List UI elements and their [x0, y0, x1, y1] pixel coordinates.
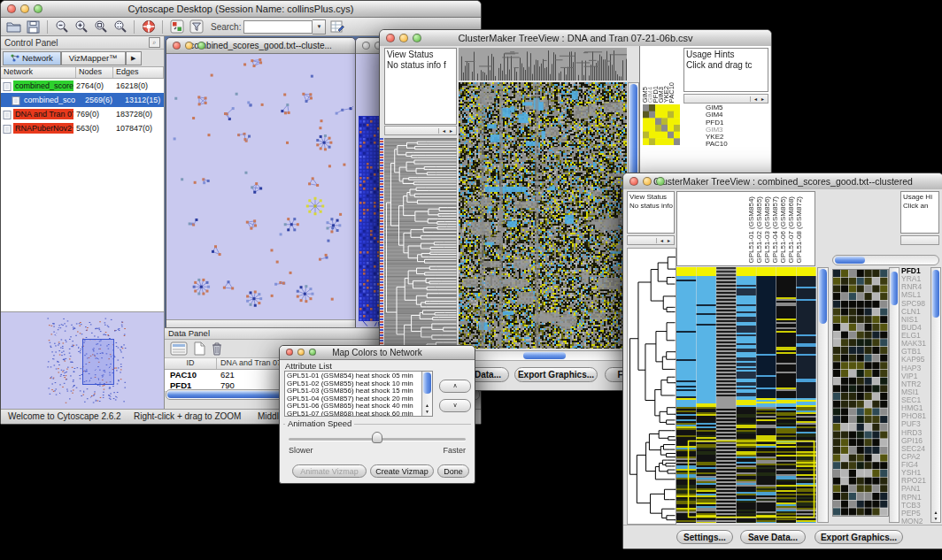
array-column-label[interactable]: GPL51-01 (GSM854) [747, 196, 755, 264]
usage-hints-scrollbar[interactable] [900, 235, 939, 245]
column-dendrogram-canvas[interactable] [459, 48, 627, 81]
export-graphics-button[interactable]: Export Graphics... [815, 530, 903, 544]
minimize-button[interactable] [20, 4, 29, 13]
help-button[interactable] [140, 19, 157, 35]
network-view-titlebar[interactable]: combined_scores_good.txt--cluste... [166, 38, 355, 54]
minimize-button[interactable] [399, 34, 408, 42]
move-up-button[interactable]: ∧ [439, 380, 471, 393]
close-button[interactable] [386, 34, 395, 42]
network-overview-panel[interactable] [1, 311, 164, 410]
search-dropdown-arrow[interactable]: ▼ [313, 19, 326, 35]
usage-hints-scrollbar[interactable]: ◄► [683, 94, 768, 104]
select-attributes-button[interactable] [170, 341, 188, 356]
close-button[interactable] [629, 177, 638, 186]
close-button[interactable] [362, 42, 370, 50]
zoom-out-button[interactable] [53, 19, 70, 35]
detail-hscrollbar[interactable] [832, 255, 939, 265]
close-button[interactable] [7, 4, 16, 13]
row-gene-label[interactable]: PAC10 [706, 141, 745, 148]
scroll-left-icon[interactable]: ◄ [660, 238, 664, 243]
col-nodes[interactable]: Nodes [76, 67, 113, 78]
summary-heatmap-canvas[interactable] [643, 104, 680, 145]
network-list-row[interactable]: combined_scores 2764(0) 16218(0) [1, 79, 164, 93]
scrollbar-thumb[interactable] [819, 269, 827, 324]
view-status-scrollbar[interactable]: ◄► [627, 235, 675, 245]
zoom-button[interactable] [34, 4, 42, 13]
scroll-right-icon[interactable]: ► [667, 238, 671, 243]
slider-thumb[interactable] [372, 432, 382, 443]
scroll-up-icon[interactable]: ▲ [931, 510, 940, 515]
zoom-fit-button[interactable] [92, 19, 109, 35]
close-button[interactable] [286, 349, 293, 356]
delete-attribute-button[interactable] [211, 341, 223, 356]
minimize-button[interactable] [643, 177, 652, 186]
scroll-left-icon[interactable]: ◄ [442, 128, 446, 134]
save-data-button[interactable]: Save Data... [740, 530, 806, 544]
detail-vscrollbar[interactable] [889, 267, 900, 523]
col-network[interactable]: Network [1, 67, 76, 78]
create-vizmapbutton[interactable]: Create Vizmap [370, 464, 434, 478]
global-heatmap-canvas[interactable] [459, 82, 627, 349]
array-column-label[interactable]: GPL51-03 (GSM856) [763, 196, 771, 264]
view-status-scrollbar[interactable]: ◄► [384, 126, 457, 135]
row-dendrogram-canvas[interactable] [627, 248, 676, 525]
network-list-row[interactable]: RNAPuberNov2+ 563(0) 107847(0) [1, 121, 164, 135]
scrollbar-thumb[interactable] [386, 127, 413, 134]
gene-list-vscrollbar[interactable]: ▲ ▼ [930, 267, 941, 523]
network-overview-canvas[interactable] [1, 312, 163, 408]
minimize-button[interactable] [185, 42, 193, 50]
scrollbar-thumb[interactable] [523, 352, 566, 359]
treeview2-titlebar[interactable]: ClusterMaker TreeView : combined_scores_… [623, 173, 942, 190]
array-column-label[interactable]: GPL51-07 (GSM868) [787, 196, 795, 264]
scrollbar-thumb[interactable] [932, 270, 939, 318]
col-id[interactable]: ID [165, 358, 217, 369]
zoom-button[interactable] [656, 177, 665, 186]
scroll-down-icon[interactable]: ▼ [931, 516, 940, 521]
array-column-label[interactable]: GPL51-08 (GSM872) [795, 196, 803, 264]
scrollbar-thumb[interactable] [685, 96, 712, 102]
tab-network[interactable]: Network [3, 51, 61, 65]
search-input[interactable] [243, 20, 313, 34]
scroll-down-icon[interactable]: ▼ [422, 409, 432, 415]
tab-vizmapper[interactable]: VizMapper™ [61, 51, 126, 65]
scroll-right-icon[interactable]: ► [449, 128, 453, 134]
main-titlebar[interactable]: Cytoscape Desktop (Session Name: collins… [1, 1, 481, 18]
new-attribute-button[interactable] [193, 341, 205, 356]
zoom-button[interactable] [413, 34, 421, 42]
array-column-label[interactable]: GPL51-04 (GSM857) [771, 196, 779, 264]
filter-button[interactable] [188, 19, 205, 35]
close-button[interactable] [173, 42, 181, 50]
attribute-item[interactable]: GPL51-07 (GSM868) heat shock 60 min [285, 410, 432, 417]
network-list-row[interactable]: combined_sco 2569(6) 13112(15) [1, 93, 164, 107]
open-session-button[interactable] [5, 19, 22, 35]
minimize-button[interactable] [297, 349, 305, 356]
attribute-browser-button[interactable] [328, 19, 345, 35]
save-session-button[interactable] [25, 19, 42, 35]
tab-overflow-arrow[interactable]: ▶ [126, 51, 142, 65]
row-dendrogram-canvas[interactable] [384, 138, 457, 361]
settings-button[interactable]: Settings... [676, 530, 733, 544]
heatmap-vscrollbar[interactable] [817, 267, 829, 523]
donebutton[interactable]: Done [437, 464, 469, 478]
scrollbar-thumb[interactable] [423, 372, 431, 394]
scrollbar-thumb[interactable] [835, 257, 865, 264]
float-panel-icon[interactable]: ⌕ [149, 37, 160, 48]
global-heatmap-canvas[interactable] [676, 267, 816, 523]
scrollbar-thumb[interactable] [902, 237, 916, 243]
detail-heatmap-canvas[interactable] [832, 269, 889, 517]
export-graphics-button[interactable]: Export Graphics... [514, 367, 598, 382]
zoom-button[interactable] [197, 42, 205, 50]
array-column-label[interactable]: GPL51-06 (GSM865) [779, 196, 787, 264]
array-column-label[interactable]: GPL51-02 (GSM855) [755, 196, 763, 264]
map-dialog-titlebar[interactable]: Map Colors to Network [280, 346, 475, 360]
scrollbar-thumb[interactable] [629, 237, 645, 243]
zoom-button[interactable] [309, 349, 316, 356]
column-gene-label[interactable]: PAC10 [669, 82, 675, 103]
network-graph-canvas[interactable] [166, 54, 353, 320]
col-edges[interactable]: Edges [113, 67, 164, 78]
scroll-right-icon[interactable]: ► [761, 96, 765, 102]
scroll-left-icon[interactable]: ◄ [753, 96, 758, 102]
move-down-button[interactable]: ∨ [439, 399, 471, 412]
list-vscrollbar[interactable]: ▲ ▼ [421, 372, 432, 416]
attribute-listbox[interactable]: GPL51-01 (GSM854) heat shock 05 minGPL51… [284, 371, 433, 417]
